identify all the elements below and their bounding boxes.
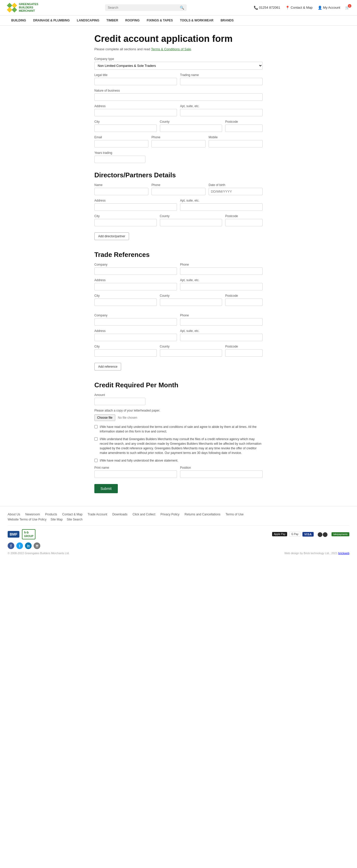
ref1-apt-input[interactable]	[180, 283, 263, 290]
main-nav: BUILDING DRAINAGE & PLUMBING LANDSCAPING…	[0, 16, 357, 26]
search-bar[interactable]: 🔍	[105, 4, 187, 11]
search-input[interactable]	[108, 6, 180, 9]
logo-line2: BUILDERS	[19, 6, 38, 9]
nav-landscaping[interactable]: LANDSCAPING	[73, 16, 103, 25]
linkedin-icon[interactable]: in	[25, 542, 32, 549]
ref1-county-input[interactable]	[160, 299, 222, 306]
contact-map-link[interactable]: 📍 Contact & Map	[285, 6, 313, 10]
apt-input[interactable]	[180, 109, 263, 116]
cart-icon: 🛒 1	[345, 6, 349, 9]
position-input[interactable]	[180, 470, 263, 478]
ref2-apt-input[interactable]	[180, 334, 263, 341]
checkbox1-label: I/We have read and fully understood the …	[100, 425, 263, 434]
footer-about[interactable]: About Us	[8, 513, 20, 516]
checkbox3-input[interactable]	[94, 459, 98, 462]
address-input[interactable]	[94, 109, 177, 116]
email-phone-mobile-row: Email Phone Mobile	[94, 135, 263, 151]
phone-link[interactable]: 📞 01254 872061	[254, 6, 280, 10]
years-trading-input[interactable]	[94, 156, 145, 163]
account-link[interactable]: 👤 My Account	[318, 6, 340, 10]
footer-site-search[interactable]: Site Search	[67, 518, 83, 521]
ref2-company-input[interactable]	[94, 318, 177, 326]
ref2-postcode-input[interactable]	[225, 349, 263, 357]
search-icon[interactable]: 🔍	[180, 6, 184, 10]
print-name-input[interactable]	[94, 470, 177, 478]
dir-address-input[interactable]	[94, 203, 177, 211]
checkbox2-input[interactable]	[94, 437, 98, 441]
city-group: City	[94, 120, 157, 132]
nav-brands[interactable]: BRANDS	[217, 16, 237, 25]
choose-file-button[interactable]: Choose file	[94, 414, 115, 421]
ref2-county-input[interactable]	[160, 349, 222, 357]
ref2-address-input[interactable]	[94, 334, 177, 341]
contact-map-label: Contact & Map	[291, 6, 313, 9]
footer-returns[interactable]: Returns and Cancellations	[185, 513, 221, 516]
dir-phone-input[interactable]	[152, 188, 205, 195]
apt-label: Apt, suite, etc.	[180, 104, 263, 108]
legal-title-input[interactable]	[94, 78, 177, 85]
footer-bottom: BMF h·bGROUP Apple Pay G Pay VISA ⬤⬤ tak…	[8, 525, 349, 539]
ref1-address-input[interactable]	[94, 283, 177, 290]
brickweb-link[interactable]: brickweb	[338, 552, 349, 555]
ref1-company-input[interactable]	[94, 268, 177, 275]
footer-click-collect[interactable]: Click and Collect	[133, 513, 155, 516]
dir-name-input[interactable]	[94, 188, 149, 195]
ref1-address-apt-row: Address Apt, suite, etc.	[94, 278, 263, 294]
dir-apt-input[interactable]	[180, 203, 263, 211]
footer-downloads[interactable]: Downloads	[112, 513, 127, 516]
ref2-county-label: County	[160, 345, 222, 348]
add-reference-button[interactable]: Add reference	[94, 363, 121, 370]
city-county-post-row: City County Postcode	[94, 120, 263, 135]
mobile-input[interactable]	[208, 140, 263, 148]
amount-group: Amount	[94, 393, 145, 405]
footer-products[interactable]: Products	[45, 513, 57, 516]
amount-input[interactable]	[94, 398, 145, 405]
nav-drainage[interactable]: DRAINAGE & PLUMBING	[30, 16, 73, 25]
nav-roofing[interactable]: ROOFING	[122, 16, 143, 25]
checkbox1-input[interactable]	[94, 425, 98, 428]
ref2-company-phone-row: Company Phone	[94, 314, 263, 329]
dir-postcode-input[interactable]	[225, 219, 263, 226]
add-director-button[interactable]: Add director/partner	[94, 232, 129, 240]
footer-trade-account[interactable]: Trade Account	[88, 513, 107, 516]
cart-link[interactable]: 🛒 1	[345, 6, 349, 9]
phone-label: Phone	[152, 135, 205, 139]
city-input[interactable]	[94, 125, 157, 132]
footer-contact-map[interactable]: Contact & Map	[62, 513, 83, 516]
nature-input[interactable]	[94, 93, 263, 101]
email-icon[interactable]: ✉	[34, 542, 40, 549]
nav-building[interactable]: BUILDING	[8, 16, 30, 25]
phone-input[interactable]	[152, 140, 205, 148]
footer-newsroom[interactable]: Newsroom	[25, 513, 40, 516]
footer-sitemap[interactable]: Site Map	[51, 518, 63, 521]
ref2-city-input[interactable]	[94, 349, 157, 357]
ref2-phone-input[interactable]	[180, 318, 263, 326]
dir-county-input[interactable]	[160, 219, 222, 226]
file-upload-group: Choose file No file chosen	[94, 414, 263, 421]
ref1-postcode-input[interactable]	[225, 299, 263, 306]
company-type-select[interactable]: Non Limited Companies & Sole Traders Lim…	[94, 62, 263, 70]
dir-city-input[interactable]	[94, 219, 157, 226]
facebook-icon[interactable]: f	[8, 542, 14, 549]
nav-tools[interactable]: TOOLS & WORKWEAR	[176, 16, 217, 25]
logo[interactable]: GREENGATES BUILDERS MERCHANT	[8, 3, 38, 13]
email-input[interactable]	[94, 140, 149, 148]
county-input[interactable]	[160, 125, 222, 132]
footer-terms[interactable]: Terms of Use	[226, 513, 244, 516]
footer-terms-use[interactable]: Website Terms of Use Policy	[8, 518, 46, 521]
nav-fixings[interactable]: FIXINGS & TAPES	[143, 16, 176, 25]
ref1-phone-input[interactable]	[180, 268, 263, 275]
address-label: Address	[94, 104, 177, 108]
dir-apt-group: Apt, suite, etc.	[180, 199, 263, 211]
nav-timber[interactable]: TIMBER	[103, 16, 122, 25]
dir-dob-input[interactable]	[208, 188, 263, 195]
ref1-apt-label: Apt, suite, etc.	[180, 278, 263, 282]
trading-name-input[interactable]	[180, 78, 263, 85]
footer-privacy[interactable]: Privacy Policy	[160, 513, 180, 516]
submit-button[interactable]: Submit	[94, 484, 118, 493]
postcode-input[interactable]	[225, 125, 263, 132]
terms-link[interactable]: Terms & Conditions of Sale	[151, 47, 191, 51]
twitter-icon[interactable]: t	[16, 542, 23, 549]
ref1-city-input[interactable]	[94, 299, 157, 306]
ref2-city-county-post-row: City County Postcode	[94, 345, 263, 360]
